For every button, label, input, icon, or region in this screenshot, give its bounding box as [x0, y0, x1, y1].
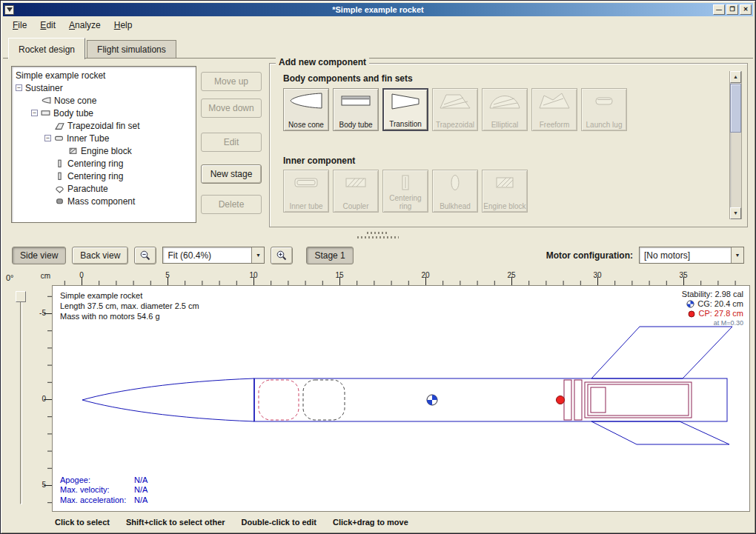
- edit-button: Edit: [201, 133, 262, 152]
- bulkhead-icon: [438, 173, 472, 192]
- maximize-button-icon[interactable]: ❐: [726, 4, 738, 15]
- nose-cone-button[interactable]: Nose cone: [283, 88, 329, 131]
- minimize-button-icon[interactable]: —: [713, 4, 725, 15]
- coupler-button: Coupler: [333, 170, 379, 213]
- centering-ring-icon: [388, 173, 422, 192]
- body-component-buttons: Nose cone Body tube Transition Trapezoid…: [283, 88, 627, 131]
- stability-info: Stability: 2.98 cal CG: 20.4 cm CP: 27.8…: [682, 290, 743, 328]
- new-stage-button[interactable]: New stage: [201, 164, 262, 184]
- inner-section-label: Inner component: [283, 156, 355, 166]
- motor-config-label: Motor configuration:: [546, 250, 633, 261]
- expander-icon[interactable]: −: [16, 84, 22, 91]
- side-view-button[interactable]: Side view: [12, 247, 66, 264]
- scrollbar-thumb[interactable]: [730, 84, 741, 133]
- cp-marker: [557, 396, 565, 404]
- menu-help[interactable]: Help: [108, 18, 139, 33]
- stage-1-toggle[interactable]: Stage 1: [306, 247, 353, 264]
- tree-item-inner-tube[interactable]: − Inner Tube: [12, 132, 196, 144]
- tree-item-label: Sustainer: [25, 83, 63, 93]
- menu-edit[interactable]: Edit: [34, 18, 62, 33]
- pane-splitter[interactable]: [3, 229, 753, 241]
- zoom-select[interactable]: Fit (60.4%) ▼: [162, 247, 265, 264]
- add-component-group: Add new component Body components and fi…: [269, 63, 748, 227]
- body-tube-icon: [41, 108, 50, 118]
- vertical-ruler: -5 0 5: [36, 285, 52, 512]
- rocket-info: Simple example rocket Length 37.5 cm, ma…: [60, 290, 199, 321]
- mass-component-icon: [55, 196, 64, 206]
- tree-item-label: Nose cone: [54, 96, 96, 106]
- elliptical-fin-button: Elliptical: [482, 88, 528, 131]
- transition-button[interactable]: Transition: [382, 88, 428, 131]
- move-down-button: Move down: [201, 99, 262, 118]
- motor-config-select[interactable]: [No motors] ▼: [639, 247, 744, 264]
- chevron-down-icon[interactable]: ▼: [251, 247, 264, 263]
- tree-item-centering-ring-2[interactable]: Centering ring: [12, 170, 196, 182]
- menu-bar: File Edit Analyze Help: [3, 16, 753, 33]
- add-component-title: Add new component: [276, 57, 369, 67]
- slider-handle[interactable]: [16, 291, 26, 302]
- scroll-down-icon[interactable]: ▼: [730, 207, 741, 219]
- close-button-icon[interactable]: ✕: [740, 4, 752, 15]
- hint-click-select: Click to select: [55, 518, 110, 527]
- zoom-in-button[interactable]: [271, 247, 293, 264]
- h-ruler-ticks: [52, 270, 750, 285]
- scroll-up-icon[interactable]: ▲: [730, 71, 741, 83]
- hint-double-click: Double-click to edit: [242, 518, 316, 527]
- freeform-fin-icon: [537, 91, 571, 110]
- cg-line: CG: 20.4 cm: [682, 299, 743, 309]
- elliptical-fin-icon: [488, 91, 522, 110]
- nose-cone-icon: [42, 96, 51, 105]
- launch-lug-button: Launch lug: [581, 88, 627, 131]
- component-panel-scrollbar[interactable]: ▲ ▼: [729, 71, 742, 219]
- chevron-down-icon[interactable]: ▼: [731, 247, 743, 263]
- trapezoidal-fin-button: Trapezoidal: [432, 88, 478, 131]
- tree-item-sustainer[interactable]: − Sustainer: [12, 81, 196, 94]
- app-window: *Simple example rocket — ❐ ✕ File Edit A…: [0, 0, 756, 534]
- expander-icon[interactable]: −: [44, 135, 51, 141]
- app-icon[interactable]: [4, 5, 14, 15]
- tree-item-rocket[interactable]: Simple example rocket: [12, 69, 196, 81]
- trapezoidal-fin-icon: [438, 91, 472, 110]
- slider-track[interactable]: [20, 291, 22, 504]
- tree-item-label: Parachute: [67, 184, 108, 194]
- rotation-slider[interactable]: [15, 290, 27, 506]
- back-view-button[interactable]: Back view: [72, 247, 128, 264]
- cp-line: CP: 27.8 cm: [682, 309, 743, 318]
- centering-ring-icon: [55, 171, 64, 181]
- cp-icon: [688, 310, 695, 318]
- motor-config-value: [No motors]: [640, 250, 731, 261]
- engine-block-button: Engine block: [482, 170, 528, 213]
- menu-file[interactable]: File: [7, 18, 33, 33]
- tree-item-mass-component[interactable]: Mass component: [12, 195, 196, 207]
- tree-item-parachute[interactable]: Parachute: [12, 182, 196, 195]
- rocket-canvas[interactable]: Simple example rocket Length 37.5 cm, ma…: [52, 285, 750, 512]
- tab-flight-simulations[interactable]: Flight simulations: [87, 40, 176, 59]
- tree-item-label: Centering ring: [67, 158, 123, 169]
- zoom-out-button[interactable]: [134, 247, 156, 264]
- body-section-label: Body components and fin sets: [283, 73, 413, 84]
- tree-item-nose-cone[interactable]: Nose cone: [12, 94, 196, 107]
- tree-item-engine-block[interactable]: Engine block: [12, 144, 196, 157]
- delete-button: Delete: [201, 195, 262, 214]
- engine-block-icon: [488, 173, 522, 192]
- body-tube-button[interactable]: Body tube: [333, 88, 379, 131]
- hint-shift-click: Shift+click to select other: [126, 518, 225, 527]
- menu-analyze[interactable]: Analyze: [63, 18, 107, 33]
- tree-item-label: Simple example rocket: [16, 70, 105, 81]
- flight-data: Apogee:N/A Max. velocity:N/A Max. accele…: [60, 475, 147, 506]
- title-bar[interactable]: *Simple example rocket — ❐ ✕: [3, 3, 753, 16]
- tab-rocket-design[interactable]: Rocket design: [8, 38, 85, 59]
- nose-cone-icon: [289, 91, 323, 110]
- inner-tube-icon: [54, 133, 64, 143]
- tree-item-body-tube[interactable]: − Body tube: [12, 107, 196, 119]
- component-tree[interactable]: Simple example rocket − Sustainer Nose c…: [11, 66, 196, 223]
- expander-icon[interactable]: −: [31, 110, 38, 116]
- tree-item-fin-set[interactable]: Trapezoidal fin set: [12, 119, 196, 132]
- mach-label: at M=0.30: [682, 318, 743, 328]
- bulkhead-button: Bulkhead: [432, 170, 478, 213]
- tree-item-centering-ring-1[interactable]: Centering ring: [12, 157, 196, 170]
- inner-tube-icon: [289, 173, 323, 192]
- fin-set-icon: [55, 121, 64, 130]
- tree-item-label: Centering ring: [67, 171, 123, 181]
- window-title: *Simple example rocket: [3, 5, 753, 14]
